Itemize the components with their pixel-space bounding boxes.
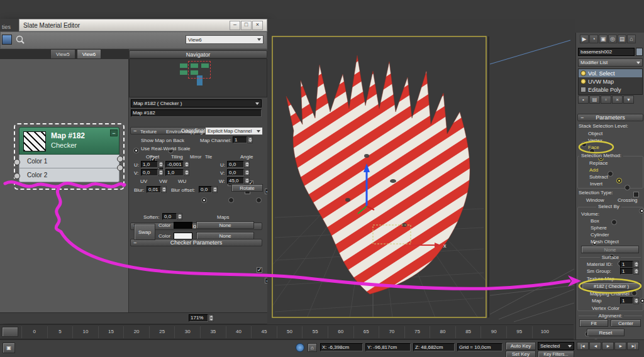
center-button[interactable]: Center xyxy=(611,319,641,327)
color1-map-enable-checkbox[interactable] xyxy=(257,267,262,273)
u-offset-value[interactable]: 1,0 xyxy=(141,161,158,168)
tab-view6[interactable]: View6 xyxy=(77,49,102,59)
rotate-button[interactable]: Rotate xyxy=(231,184,263,192)
hierarchy-tab-icon[interactable]: ▣ xyxy=(599,35,608,43)
vw-radio[interactable] xyxy=(228,197,234,203)
soften-value[interactable]: 0,0 xyxy=(162,213,177,220)
v-offset-value[interactable]: 0,0 xyxy=(141,169,158,176)
timeline-tick-75[interactable]: 75 xyxy=(404,326,430,338)
zoom-spinner[interactable]: 171% xyxy=(189,314,214,322)
input-socket-color1[interactable] xyxy=(14,159,20,165)
motion-tab-icon[interactable]: ◎ xyxy=(608,35,617,43)
timeline-tick-35[interactable]: 35 xyxy=(200,326,226,338)
blur-offset-spinner[interactable]: 0,0 xyxy=(199,186,218,193)
texture-map-radio[interactable] xyxy=(640,298,644,304)
color1-map-button[interactable]: None xyxy=(196,221,254,229)
auto-key-button[interactable]: Auto Key xyxy=(506,342,536,350)
timeline-tick-90[interactable]: 90 xyxy=(480,326,506,338)
map-channel-value[interactable]: 1 xyxy=(233,136,247,143)
output-socket-1[interactable] xyxy=(117,156,123,162)
time-slider-handle[interactable] xyxy=(2,327,18,337)
make-unique-icon[interactable]: ▫ xyxy=(601,96,611,104)
key-filters-button[interactable]: Key Filters... xyxy=(538,351,574,357)
color2-swatch[interactable] xyxy=(174,233,192,239)
timeline-tick-65[interactable]: 65 xyxy=(353,326,379,338)
node-slot-color2[interactable]: Color 2 xyxy=(19,168,119,182)
node-slot-color1[interactable]: Color 1 xyxy=(19,155,119,168)
timeline-tick-80[interactable]: 80 xyxy=(430,326,455,338)
soften-spinner[interactable]: 0,0 xyxy=(162,213,182,220)
map-channel-spinner[interactable]: 1 xyxy=(233,136,253,143)
minimize-icon[interactable]: – xyxy=(230,21,240,30)
modifier-enabled-icon[interactable] xyxy=(580,79,586,84)
u-offset-spinner[interactable]: 1,0 xyxy=(141,161,164,168)
angle-w-value[interactable]: 45,0 xyxy=(227,177,244,184)
color2-map-button[interactable]: None xyxy=(196,232,254,239)
object-name-field[interactable]: basemesh002 xyxy=(578,48,635,56)
navigator-header[interactable]: Navigator xyxy=(129,50,267,58)
color1-swatch[interactable] xyxy=(174,222,192,229)
timeline-tick-25[interactable]: 25 xyxy=(149,326,175,338)
angle-v-spinner[interactable]: 0,0 xyxy=(227,169,250,176)
remove-modifier-icon[interactable]: × xyxy=(612,96,623,104)
z-coordinate-field[interactable]: Z: 48,682cm xyxy=(413,343,455,351)
tab-view5[interactable]: View5 xyxy=(50,49,75,59)
timeline-tick-85[interactable]: 85 xyxy=(455,326,481,338)
timeline-tick-100[interactable]: 100 xyxy=(532,326,558,338)
map-name-field[interactable]: Map #182 xyxy=(131,109,262,117)
zoom-value[interactable]: 171% xyxy=(189,314,208,322)
timeline-tick-95[interactable]: 95 xyxy=(506,326,532,338)
sm-group-spinner[interactable]: 1 xyxy=(620,268,639,275)
configure-modifier-sets-icon[interactable]: ▾ xyxy=(623,96,634,104)
create-tab-icon[interactable]: ▶ xyxy=(580,35,589,43)
maximize-icon[interactable]: □ xyxy=(241,21,252,30)
play-animation-button[interactable]: ► xyxy=(602,342,614,350)
go-to-end-button[interactable]: ►| xyxy=(627,342,639,350)
selection-set-dropdown[interactable]: Selected xyxy=(538,342,574,350)
v-offset-spinner[interactable]: 0,0 xyxy=(141,169,164,176)
go-to-start-button[interactable]: |◄ xyxy=(577,342,589,350)
map-channel-spinner[interactable]: 1 xyxy=(620,297,639,304)
mapping-dropdown[interactable]: Explicit Map Channel xyxy=(205,127,263,135)
slate-title-bar[interactable]: Slate Material Editor – □ × xyxy=(19,19,267,31)
angle-u-spinner[interactable]: 0,0 xyxy=(227,161,250,168)
blur-offset-value[interactable]: 0,0 xyxy=(199,186,212,193)
selection-filter-icon[interactable] xyxy=(296,343,304,352)
navigator-panel[interactable] xyxy=(129,58,267,97)
checker-node-header[interactable]: Map #182 Checker − xyxy=(19,127,119,155)
volume-none-button[interactable]: None xyxy=(581,246,639,253)
timeline-tick-30[interactable]: 30 xyxy=(174,326,200,338)
sm-group-radio[interactable] xyxy=(631,290,637,296)
node-collapse-icon[interactable]: − xyxy=(110,129,118,136)
invert-checkbox[interactable] xyxy=(633,192,639,197)
angle-u-value[interactable]: 0,0 xyxy=(227,161,244,168)
mini-listener-icon[interactable]: ▣ xyxy=(3,343,15,353)
angle-w-spinner[interactable]: 45,0 xyxy=(227,177,250,184)
texture-radio[interactable] xyxy=(133,148,139,153)
parameters-rollout[interactable]: −Parameters xyxy=(577,114,643,121)
timeline-tick-70[interactable]: 70 xyxy=(379,326,404,338)
show-end-result-icon[interactable]: ▤ xyxy=(589,96,600,104)
level-object-radio[interactable] xyxy=(581,141,587,147)
fit-button[interactable]: Fit xyxy=(579,319,608,327)
timeline-tick-40[interactable]: 40 xyxy=(226,326,252,338)
timeline-tick-0[interactable]: 0 xyxy=(21,326,47,338)
timeline-tick-10[interactable]: 10 xyxy=(72,326,98,338)
map-header-dropdown[interactable]: Map #182 ( Checker ) xyxy=(131,99,262,107)
close-icon[interactable]: × xyxy=(252,21,263,30)
stack-item-vol-select[interactable]: Vol. Select xyxy=(579,69,642,77)
u-tiling-value[interactable]: -0,001 xyxy=(165,161,184,168)
display-tab-icon[interactable]: ▤ xyxy=(618,35,626,43)
modifier-enabled-icon[interactable] xyxy=(580,70,586,76)
next-frame-button[interactable]: ► xyxy=(614,342,626,350)
map-channel-value[interactable]: 1 xyxy=(620,297,633,304)
reset-button[interactable]: Reset xyxy=(587,329,625,336)
method-add-radio[interactable] xyxy=(616,178,622,184)
viewport-canvas[interactable]: x xyxy=(267,19,575,324)
modifier-list-dropdown[interactable]: Modifier List xyxy=(578,58,643,67)
magnifier-icon[interactable] xyxy=(15,35,25,45)
angle-v-value[interactable]: 0,0 xyxy=(227,169,244,176)
wu-radio[interactable] xyxy=(256,197,262,203)
output-socket-2[interactable] xyxy=(117,165,123,171)
modify-tab-icon[interactable]: ◔ xyxy=(589,35,598,43)
